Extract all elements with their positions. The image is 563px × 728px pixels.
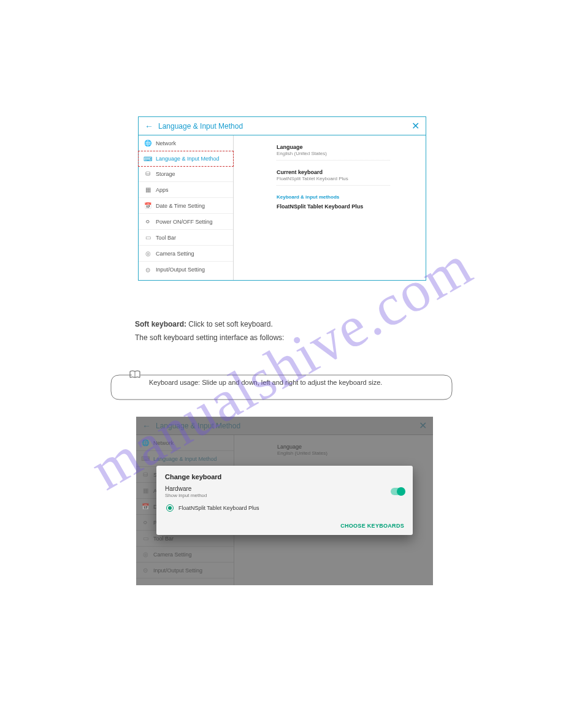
sidebar-item-label: Network	[156, 140, 176, 146]
hardware-label: Hardware	[165, 485, 207, 492]
sidebar-item-date-time[interactable]: 📅 Date & Time Setting	[139, 198, 233, 214]
calendar-icon: 📅	[144, 202, 152, 209]
keyboard-methods-section: Keyboard & input methods	[277, 194, 417, 200]
change-keyboard-dialog: Change keyboard Hardware Show input meth…	[156, 466, 413, 535]
sidebar-item-label: Storage	[156, 171, 175, 177]
sidebar-item-storage[interactable]: ⛁ Storage	[139, 166, 233, 182]
hardware-sublabel: Show input method	[165, 493, 207, 498]
globe-icon: 🌐	[144, 140, 152, 146]
hardware-row: Hardware Show input method	[165, 485, 404, 498]
keyboard-option-row[interactable]: FloatNSplit Tablet Keyboard Plus	[166, 504, 404, 512]
keyboard-icon: ⌨	[144, 156, 152, 162]
keyboard-value: FloatNSplit Tablet Keyboard Plus	[277, 176, 390, 181]
caption-rest: Click to set soft keyboard.	[186, 320, 273, 328]
sidebar-item-toolbar[interactable]: ▭ Tool Bar	[139, 230, 233, 246]
caption-bold: Soft keyboard:	[135, 320, 186, 328]
language-value: English (United States)	[277, 151, 390, 156]
toolbar-icon: ▭	[144, 234, 152, 241]
settings-window-2: ← Language & Input Method ✕ 🌐 Network ⌨ …	[136, 417, 433, 585]
sidebar-item-io[interactable]: ⊝ Input/Output Setting	[139, 262, 233, 278]
titlebar: ← Language & Input Method ✕	[139, 117, 426, 135]
sidebar-item-network[interactable]: 🌐 Network	[139, 135, 233, 151]
language-block[interactable]: Language English (United States)	[277, 144, 390, 161]
note-box: Keyboard usage: Slide up and down, left …	[107, 370, 456, 401]
io-icon: ⊝	[144, 267, 152, 273]
dialog-title: Change keyboard	[165, 473, 404, 480]
back-icon[interactable]: ←	[145, 121, 153, 131]
camera-icon: ◎	[144, 250, 152, 257]
sidebar-item-label: Power ON/OFF Setting	[156, 219, 213, 225]
content-panel: Language English (United States) Current…	[234, 135, 426, 280]
sidebar: 🌐 Network ⌨ Language & Input Method ⛁ St…	[139, 135, 234, 280]
keyboard-heading: Current keyboard	[277, 169, 390, 175]
sidebar-item-language-input[interactable]: ⌨ Language & Input Method	[138, 151, 234, 167]
power-icon: ⭘	[144, 218, 152, 225]
window-title: Language & Input Method	[158, 122, 243, 131]
input-method-label: FloatNSplit Tablet Keyboard Plus	[277, 203, 390, 210]
sidebar-item-label: Language & Input Method	[156, 156, 220, 162]
language-heading: Language	[277, 144, 390, 150]
note-text: Keyboard usage: Slide up and down, left …	[149, 379, 382, 386]
sidebar-item-power[interactable]: ⭘ Power ON/OFF Setting	[139, 214, 233, 230]
apps-icon: ▦	[144, 186, 152, 193]
close-icon[interactable]: ✕	[412, 120, 419, 132]
current-keyboard-block[interactable]: Current keyboard FloatNSplit Tablet Keyb…	[277, 169, 390, 186]
sidebar-item-label: Date & Time Setting	[156, 203, 205, 209]
keyboard-option-label: FloatNSplit Tablet Keyboard Plus	[178, 505, 259, 511]
storage-icon: ⛁	[144, 170, 152, 177]
input-method-row[interactable]: FloatNSplit Tablet Keyboard Plus	[277, 203, 390, 213]
caption-text: Soft keyboard: Click to set soft keyboar…	[135, 319, 423, 343]
sidebar-item-camera[interactable]: ◎ Camera Setting	[139, 246, 233, 262]
sidebar-item-label: Tool Bar	[156, 235, 176, 241]
sidebar-item-apps[interactable]: ▦ Apps	[139, 182, 233, 198]
choose-keyboards-button[interactable]: CHOOSE KEYBOARDS	[165, 523, 404, 529]
settings-window-1: ← Language & Input Method ✕ 🌐 Network ⌨ …	[138, 116, 426, 281]
hardware-toggle[interactable]	[391, 488, 404, 495]
sidebar-item-label: Apps	[156, 187, 169, 193]
caption-second: The soft keyboard setting interface as f…	[135, 332, 423, 343]
radio-selected-icon[interactable]	[166, 504, 174, 512]
sidebar-item-label: Input/Output Setting	[156, 267, 205, 273]
sidebar-item-label: Camera Setting	[156, 251, 194, 257]
